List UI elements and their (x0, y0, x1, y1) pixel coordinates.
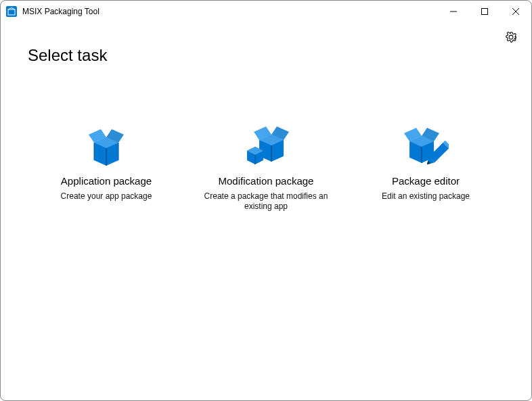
task-list: Application package Create your app pack… (1, 124, 531, 212)
close-button[interactable] (500, 1, 531, 22)
page-title: Select task (28, 46, 107, 65)
task-application-package[interactable]: Application package Create your app pack… (39, 124, 173, 212)
settings-button[interactable] (502, 29, 520, 48)
task-package-editor[interactable]: Package editor Edit an existing package (359, 124, 493, 212)
task-title: Application package (39, 175, 173, 187)
box-pencil-icon (403, 124, 449, 170)
task-title: Modification package (199, 175, 333, 187)
task-modification-package[interactable]: Modification package Create a package th… (199, 124, 333, 212)
svg-rect-2 (482, 9, 488, 15)
box-open-icon (83, 124, 129, 170)
window-titlebar: MSIX Packaging Tool (1, 1, 531, 22)
window-title: MSIX Packaging Tool (22, 7, 99, 16)
app-icon (6, 6, 17, 17)
box-with-addon-icon (243, 124, 289, 170)
task-description: Create your app package (39, 191, 173, 202)
maximize-button[interactable] (469, 1, 500, 22)
task-description: Create a package that modifies an existi… (199, 191, 333, 212)
task-title: Package editor (359, 175, 493, 187)
task-description: Edit an existing package (359, 191, 493, 202)
gear-icon (504, 30, 518, 47)
svg-rect-0 (8, 9, 15, 15)
minimize-button[interactable] (438, 1, 469, 22)
